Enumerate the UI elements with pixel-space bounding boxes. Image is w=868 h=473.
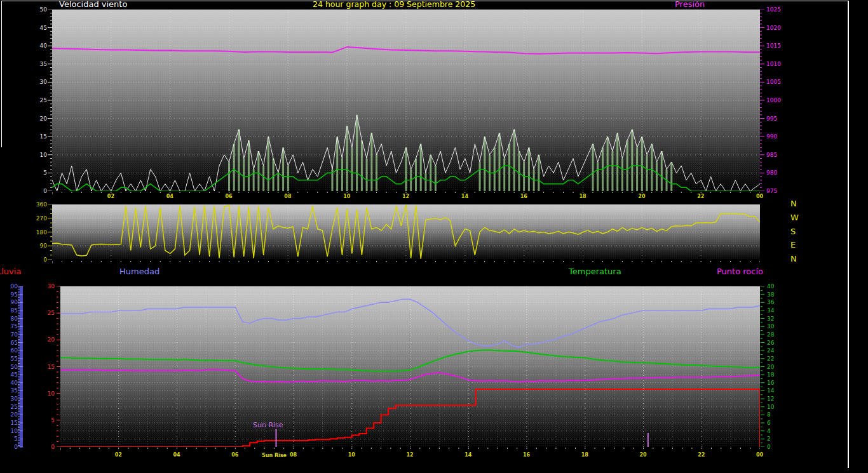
axis-tick-label: 55	[4, 356, 18, 363]
top-time-ticks	[52, 192, 760, 194]
hour-label: 02	[115, 452, 122, 458]
axis-tick-label: 65	[4, 340, 18, 347]
middle-time-ticks	[52, 261, 760, 263]
direction-axis-ticks	[48, 204, 52, 260]
axis-tick-label: 180	[31, 229, 47, 236]
hour-label: 02	[107, 194, 114, 200]
axis-tick-label: 985	[766, 152, 785, 159]
wind-direction-plot	[52, 204, 760, 260]
axis-tick-label: 1015	[766, 43, 785, 50]
axis-tick-label: 10	[31, 152, 47, 159]
axis-tick-label: 20	[4, 411, 18, 418]
axis-tick-label: 90	[31, 243, 47, 250]
axis-tick-label: 5	[43, 417, 55, 424]
axis-tick-label: 50	[31, 6, 47, 13]
axis-tick-label: 1005	[766, 79, 785, 86]
rain-title: Lluvia	[0, 267, 21, 276]
hour-label: 20	[638, 194, 645, 200]
axis-tick-label: 70	[4, 331, 18, 338]
axis-tick-label: 995	[766, 116, 785, 123]
axis-tick-label: 25	[43, 310, 55, 317]
axis-tick-label: 1000	[766, 97, 785, 104]
axis-tick-label: 25	[4, 404, 18, 411]
axis-tick-label: 40	[31, 43, 47, 50]
hour-label: 12	[407, 452, 414, 458]
wind-speed-title: Velocidad viento	[59, 0, 127, 9]
axis-tick-label: 50	[4, 364, 18, 371]
axis-tick-label: 16	[767, 380, 780, 387]
wind-pressure-chart	[52, 10, 760, 191]
axis-tick-label: 35	[4, 387, 18, 394]
axis-tick-label: 85	[4, 307, 18, 314]
axis-tick-label: 2	[767, 436, 780, 443]
axis-tick-label: W	[790, 214, 803, 221]
bottom-time-ticks	[60, 448, 760, 450]
hour-label: 18	[581, 452, 588, 458]
weather-station-24h-graph-window: Velocidad viento 24 hour graph day : 09 …	[0, 0, 868, 473]
axis-tick-label: 38	[767, 291, 780, 298]
axis-tick-label: 20	[43, 336, 55, 343]
hour-label: 08	[290, 452, 297, 458]
axis-tick-label: 40	[4, 380, 18, 387]
axis-tick-label: 45	[4, 371, 18, 378]
axis-tick-label: 95	[4, 291, 18, 298]
axis-tick-label: 30	[31, 79, 47, 86]
axis-tick-label: 1010	[766, 61, 785, 68]
axis-tick-label: 360	[31, 201, 47, 208]
axis-tick-label: 15	[4, 420, 18, 427]
page-title: 24 hour graph day : 09 Septiembre 2025	[313, 0, 475, 9]
pressure-axis-ticks	[760, 10, 764, 191]
axis-tick-label: 5	[31, 170, 47, 177]
hour-label: 14	[465, 452, 471, 458]
hour-label: 06	[226, 194, 233, 200]
axis-tick-label: 32	[767, 316, 780, 323]
axis-tick-label: 34	[767, 307, 780, 314]
hour-label: 12	[402, 194, 409, 200]
axis-tick-label: 0	[4, 444, 18, 451]
axis-tick-label: 90	[4, 299, 18, 306]
axis-tick-label: 20	[31, 116, 47, 123]
pressure-title: Presión	[675, 0, 705, 9]
axis-tick-label: 980	[766, 170, 785, 177]
axis-tick-label: 40	[767, 283, 780, 290]
axis-tick-label: 8	[767, 411, 780, 418]
axis-tick-label: 25	[31, 97, 47, 104]
axis-tick-label: 35	[31, 61, 47, 68]
axis-tick-label: 10	[4, 428, 18, 435]
axis-tick-label: 30	[43, 283, 55, 290]
rain-humidity-temp-plot	[60, 286, 760, 447]
axis-tick-label: N	[790, 255, 803, 262]
hour-label: 04	[173, 452, 180, 458]
axis-tick-label: 60	[4, 347, 18, 354]
sunrise-chart-label: Sun Rise	[253, 421, 283, 429]
axis-tick-label: 0	[31, 188, 47, 195]
axis-tick-label: 0	[43, 444, 55, 451]
window-border-right	[848, 1, 849, 468]
hour-label: 04	[166, 194, 173, 200]
wind-axis-ticks	[48, 10, 52, 191]
axis-tick-label: 36	[767, 299, 780, 306]
axis-tick-label: 1020	[766, 25, 785, 32]
axis-tick-label: 26	[767, 340, 780, 347]
temperature-title: Temperatura	[569, 267, 621, 276]
axis-tick-label: 12	[767, 396, 780, 403]
hour-label: 00	[756, 194, 763, 200]
axis-tick-label: 00	[4, 283, 18, 290]
humidity-title: Humedad	[119, 267, 159, 276]
axis-tick-label: 14	[767, 387, 780, 394]
rain-humidity-temp-chart	[60, 286, 760, 447]
hour-label: 06	[231, 452, 238, 458]
hour-label: 16	[523, 452, 530, 458]
hour-label: 22	[698, 452, 705, 458]
hour-label: 08	[284, 194, 291, 200]
axis-tick-label: 4	[767, 428, 780, 435]
hour-label: 22	[697, 194, 704, 200]
axis-tick-label: 24	[767, 347, 780, 354]
sunrise-axis-label: Sun Rise	[262, 453, 287, 458]
wind-direction-chart	[52, 204, 760, 260]
window-border-left	[1, 1, 2, 147]
dew-point-title: Punto rocío	[717, 267, 763, 276]
wind-pressure-plot	[52, 10, 760, 191]
humidity-axis-ticks	[18, 286, 23, 447]
hour-label: 20	[640, 452, 647, 458]
